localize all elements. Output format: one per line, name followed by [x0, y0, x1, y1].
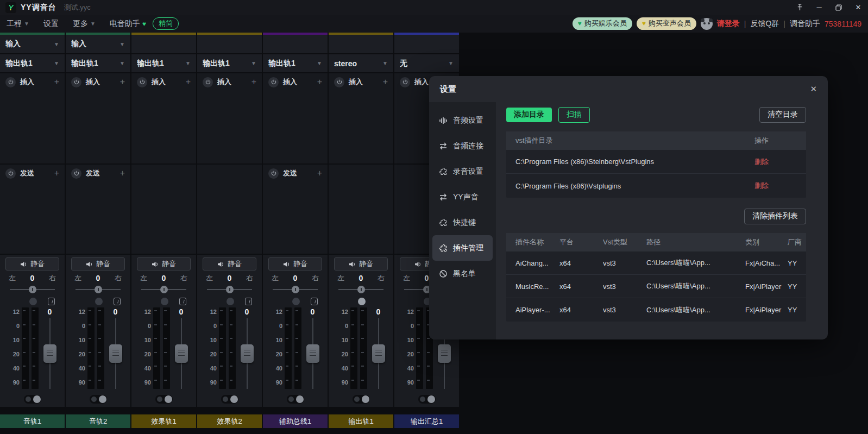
clear-plugin-list-button[interactable]: 清除插件列表 [744, 209, 806, 224]
pan-knob[interactable] [292, 286, 299, 293]
power-icon[interactable] [268, 168, 279, 179]
add-insert-button[interactable]: + [383, 77, 388, 87]
sidebar-item-recording[interactable]: 录音设置 [432, 159, 493, 184]
mute-button[interactable]: 静音 [334, 257, 388, 271]
channel-toggle[interactable] [24, 395, 41, 404]
add-insert-button[interactable]: + [317, 77, 322, 87]
add-send-button[interactable]: + [317, 168, 322, 178]
buy-voice-member-button[interactable]: ♥ 购买变声会员 [637, 17, 696, 30]
track-name[interactable]: 输出轨1 [329, 414, 393, 428]
volume-fader[interactable] [43, 317, 56, 392]
track-name[interactable]: 效果轨2 [197, 414, 262, 428]
feedback-qq-link[interactable]: 反馈Q群 [750, 19, 779, 29]
fader-knob[interactable] [372, 344, 385, 363]
mute-button[interactable]: 静音 [137, 257, 191, 271]
add-insert-button[interactable]: + [186, 77, 191, 87]
power-icon[interactable] [5, 168, 16, 179]
menu-settings[interactable]: 设置 [43, 19, 59, 29]
pan-knob[interactable] [29, 286, 36, 293]
output-select[interactable]: 输出轨1 ▼ [197, 54, 262, 73]
track-name[interactable]: 音轨2 [66, 414, 130, 428]
delete-directory-link[interactable]: 删除 [754, 181, 806, 191]
automation-icon[interactable] [245, 298, 252, 305]
login-link[interactable]: 请登录 [717, 19, 740, 29]
menu-voice-assistant[interactable]: 电音助手♥ [110, 19, 146, 29]
clear-directories-button[interactable]: 清空目录 [759, 107, 806, 123]
track-name[interactable]: 效果轨1 [131, 414, 196, 428]
automation-icon[interactable] [114, 298, 121, 305]
pin-icon[interactable] [795, 3, 804, 12]
output-select[interactable]: 输出轨1 ▼ [131, 54, 196, 73]
channel-toggle[interactable] [287, 395, 304, 404]
add-send-button[interactable]: + [54, 168, 59, 178]
output-select[interactable]: stereo ▼ [329, 54, 393, 73]
mute-button[interactable]: 静音 [5, 257, 59, 271]
automation-icon[interactable] [311, 298, 318, 305]
sidebar-item-audio-connect[interactable]: 音频连接 [432, 133, 493, 159]
automation-icon[interactable] [179, 298, 186, 305]
fader-knob[interactable] [241, 344, 254, 363]
power-icon[interactable] [5, 77, 16, 87]
volume-fader[interactable] [372, 317, 385, 392]
add-insert-button[interactable]: + [251, 77, 256, 87]
menu-project[interactable]: 工程▼ [7, 19, 29, 29]
close-button[interactable]: ✕ [854, 3, 863, 12]
user-avatar[interactable] [701, 18, 713, 30]
scan-button[interactable]: 扫描 [558, 107, 590, 123]
pan-slider[interactable] [76, 286, 121, 293]
mute-button[interactable]: 静音 [268, 257, 322, 271]
track-name[interactable]: 辅助总线1 [263, 414, 328, 428]
pan-knob[interactable] [160, 286, 168, 293]
pan-knob[interactable] [95, 286, 102, 293]
power-icon[interactable] [71, 168, 81, 179]
sidebar-item-blacklist[interactable]: 黑名单 [432, 261, 493, 286]
channel-toggle[interactable] [90, 395, 107, 404]
power-icon[interactable] [400, 77, 410, 87]
channel-toggle[interactable] [221, 395, 238, 404]
track-name[interactable]: 输出汇总1 [394, 414, 459, 428]
output-select[interactable]: 输出轨1 ▼ [0, 54, 65, 73]
volume-fader[interactable] [175, 317, 188, 392]
mute-button[interactable]: 静音 [71, 257, 125, 271]
output-select[interactable]: 输出轨1 ▼ [66, 54, 130, 73]
pan-knob[interactable] [226, 286, 234, 293]
automation-icon[interactable] [48, 298, 55, 305]
power-icon[interactable] [71, 77, 81, 87]
fader-knob[interactable] [175, 344, 188, 363]
channel-toggle[interactable] [418, 395, 436, 404]
delete-directory-link[interactable]: 删除 [754, 157, 806, 167]
channel-toggle[interactable] [155, 395, 173, 404]
power-icon[interactable] [268, 77, 279, 87]
input-select[interactable]: 输入 ▼ [0, 35, 65, 54]
add-directory-button[interactable]: 添加目录 [506, 108, 552, 122]
output-select[interactable]: 无 ▼ [394, 54, 459, 73]
sidebar-item-audio-settings[interactable]: 音频设置 [432, 108, 493, 133]
power-icon[interactable] [203, 77, 213, 87]
fader-knob[interactable] [109, 344, 122, 363]
pan-slider[interactable] [141, 286, 186, 293]
volume-fader[interactable] [109, 317, 122, 392]
track-name[interactable]: 音轨1 [0, 414, 65, 428]
simple-mode-badge[interactable]: 精简 [153, 17, 179, 30]
fader-knob[interactable] [43, 344, 56, 363]
dialog-close-button[interactable]: ✕ [810, 84, 817, 94]
sidebar-item-hotkeys[interactable]: 快捷键 [432, 210, 493, 235]
pan-slider[interactable] [10, 286, 55, 293]
power-icon[interactable] [334, 77, 344, 87]
restore-button[interactable] [834, 3, 843, 12]
add-insert-button[interactable]: + [120, 77, 125, 87]
add-insert-button[interactable]: + [54, 77, 59, 87]
minimize-button[interactable]: ─ [815, 3, 823, 12]
table-row[interactable]: AiChang... x64 vst3 C:\Users\喵喵\App... F… [506, 251, 806, 275]
mute-button[interactable]: 静音 [203, 257, 256, 271]
menu-more[interactable]: 更多▼ [73, 19, 96, 29]
fader-knob[interactable] [438, 344, 451, 363]
volume-fader[interactable] [241, 317, 254, 392]
pan-slider[interactable] [207, 286, 252, 293]
sidebar-item-plugin-manager[interactable]: 插件管理 [432, 235, 493, 261]
pan-knob[interactable] [357, 286, 365, 293]
sidebar-item-yy-sound[interactable]: YY声音 [432, 184, 493, 210]
table-row[interactable]: AiPlayer-... x64 vst3 C:\Users\喵喵\App...… [506, 298, 806, 322]
pan-slider[interactable] [338, 286, 383, 293]
volume-fader[interactable] [306, 317, 319, 392]
